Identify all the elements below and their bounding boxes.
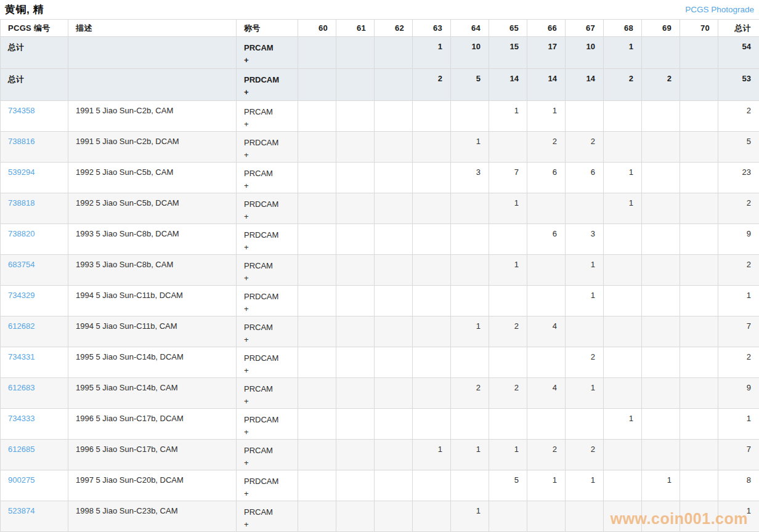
grade-68-cell bbox=[604, 470, 642, 501]
pcgs-number-link[interactable]: 539294 bbox=[8, 167, 34, 177]
pcgs-number-link[interactable]: 734358 bbox=[8, 106, 34, 115]
grade-65-cell bbox=[489, 224, 527, 255]
grade-63-cell bbox=[413, 378, 451, 409]
grade-60-cell bbox=[298, 101, 336, 132]
grade-68-cell bbox=[604, 255, 642, 286]
grade-69-cell bbox=[642, 193, 680, 224]
grade-68-cell bbox=[604, 347, 642, 378]
designation-cell: PRDCAM+ bbox=[237, 132, 298, 163]
pcgs-population-page: 黄铜, 精 PCGS Photograde PCGS 编号描述称号6061626… bbox=[0, 0, 759, 532]
grade-64-cell: 1 bbox=[451, 132, 489, 163]
grade-64-cell: 5 bbox=[451, 69, 489, 101]
population-table: PCGS 编号描述称号6061626364656667686970总计 总计PR… bbox=[0, 19, 759, 532]
grade-63-cell: 1 bbox=[413, 440, 451, 470]
grade-66-cell: 2 bbox=[527, 132, 566, 163]
designation-line: + bbox=[244, 54, 290, 66]
description-cell: 1994 5 Jiao Sun-C11b, DCAM bbox=[68, 286, 237, 316]
designation-line: + bbox=[244, 272, 290, 284]
table-row: 7388181992 5 Jiao Sun-C5b, DCAMPRDCAM+11… bbox=[1, 193, 759, 224]
total-cell: 1 bbox=[718, 501, 759, 532]
grade-68-cell: 1 bbox=[604, 163, 642, 193]
grade-70-cell bbox=[680, 378, 718, 409]
pcgs-number-link[interactable]: 738818 bbox=[8, 198, 34, 208]
grade-67-cell: 2 bbox=[566, 440, 604, 470]
table-row: 7343331996 5 Jiao Sun-C17b, DCAMPRDCAM+1… bbox=[1, 409, 759, 440]
grade-69-cell: 2 bbox=[642, 69, 680, 101]
totals-row: 总计PRDCAM+251414142253 bbox=[1, 69, 759, 101]
pcgs-number-link[interactable]: 900275 bbox=[8, 475, 34, 485]
grade-70-cell bbox=[680, 255, 718, 286]
totals-row: 总计PRCAM+110151710154 bbox=[1, 37, 759, 69]
grade-65-cell bbox=[489, 286, 527, 316]
grade-61-cell bbox=[336, 224, 375, 255]
grade-68-cell bbox=[604, 224, 642, 255]
description-cell: 1994 5 Jiao Sun-C11b, CAM bbox=[68, 316, 237, 347]
total-cell: 23 bbox=[718, 163, 759, 193]
grade-61-cell bbox=[336, 316, 375, 347]
grade-62-cell bbox=[375, 409, 413, 440]
total-cell: 53 bbox=[718, 69, 759, 101]
grade-61-cell bbox=[336, 163, 375, 193]
pcgs-number-link[interactable]: 612683 bbox=[8, 383, 34, 392]
total-cell: 9 bbox=[718, 224, 759, 255]
grade-65-cell: 1 bbox=[489, 440, 527, 470]
pcgs-number-link[interactable]: 738816 bbox=[8, 137, 34, 146]
grade-62-cell bbox=[375, 470, 413, 501]
grade-60-cell bbox=[298, 69, 336, 101]
pcgs-number-link[interactable]: 738820 bbox=[8, 229, 34, 238]
grade-60-cell bbox=[298, 132, 336, 163]
pcgs-number-link[interactable]: 683754 bbox=[8, 260, 34, 269]
pcgs-number-link[interactable]: 734331 bbox=[8, 352, 34, 361]
description-cell: 1991 5 Jiao Sun-C2b, CAM bbox=[68, 101, 237, 132]
total-cell: 2 bbox=[718, 347, 759, 378]
table-row: 9002751997 5 Jiao Sun-C20b, DCAMPRDCAM+5… bbox=[1, 470, 759, 501]
grade-66-cell: 4 bbox=[527, 378, 566, 409]
total-cell: 2 bbox=[718, 101, 759, 132]
pcgs-number-link[interactable]: 523874 bbox=[8, 506, 34, 515]
grade-66-cell: 6 bbox=[527, 224, 566, 255]
grade-60-cell bbox=[298, 316, 336, 347]
grade-60-cell bbox=[298, 470, 336, 501]
grade-67-cell: 2 bbox=[566, 347, 604, 378]
description-cell: 1996 5 Jiao Sun-C17b, CAM bbox=[68, 440, 237, 470]
grade-68-cell bbox=[604, 501, 642, 532]
designation-line: PRDCAM bbox=[244, 74, 290, 86]
grade-69-cell bbox=[642, 224, 680, 255]
pcgs-number-link[interactable]: 612685 bbox=[8, 445, 34, 454]
grade-66-cell: 6 bbox=[527, 163, 566, 193]
grade-70-cell bbox=[680, 316, 718, 347]
grade-67-cell bbox=[566, 193, 604, 224]
grade-61-cell bbox=[336, 255, 375, 286]
grade-65-cell bbox=[489, 409, 527, 440]
grade-70-cell bbox=[680, 163, 718, 193]
table-body: 总计PRCAM+110151710154总计PRDCAM+25141414225… bbox=[1, 37, 759, 532]
grade-69-cell bbox=[642, 440, 680, 470]
designation-cell: PRCAM+ bbox=[237, 101, 298, 132]
grade-65-cell bbox=[489, 347, 527, 378]
designation-line: + bbox=[244, 395, 290, 408]
grade-61-cell bbox=[336, 409, 375, 440]
column-header-pcgs-number: PCGS 编号 bbox=[1, 20, 68, 37]
total-cell: 1 bbox=[718, 409, 759, 440]
description-cell: 1995 5 Jiao Sun-C14b, CAM bbox=[68, 378, 237, 409]
grade-70-cell bbox=[680, 101, 718, 132]
grade-63-cell bbox=[413, 101, 451, 132]
grade-68-cell bbox=[604, 378, 642, 409]
grade-62-cell bbox=[375, 255, 413, 286]
grade-63-cell bbox=[413, 132, 451, 163]
pcgs-number-link[interactable]: 734329 bbox=[8, 291, 34, 300]
pcgs-number-cell: 683754 bbox=[1, 255, 68, 286]
grade-67-cell: 10 bbox=[566, 37, 604, 69]
designation-line: PRDCAM bbox=[244, 291, 290, 303]
table-row: 6126831995 5 Jiao Sun-C14b, CAMPRCAM+224… bbox=[1, 378, 759, 409]
pcgs-number-link[interactable]: 734333 bbox=[8, 414, 34, 423]
pcgs-number-cell: 539294 bbox=[1, 163, 68, 193]
grade-65-cell: 1 bbox=[489, 255, 527, 286]
table-row: 5392941992 5 Jiao Sun-C5b, CAMPRCAM+3766… bbox=[1, 163, 759, 193]
grade-68-cell: 1 bbox=[604, 409, 642, 440]
pcgs-photograde-link[interactable]: PCGS Photograde bbox=[685, 5, 754, 14]
grade-67-cell: 1 bbox=[566, 378, 604, 409]
pcgs-number-link[interactable]: 612682 bbox=[8, 321, 34, 331]
pcgs-number-cell: 734331 bbox=[1, 347, 68, 378]
designation-cell: PRCAM+ bbox=[237, 378, 298, 409]
